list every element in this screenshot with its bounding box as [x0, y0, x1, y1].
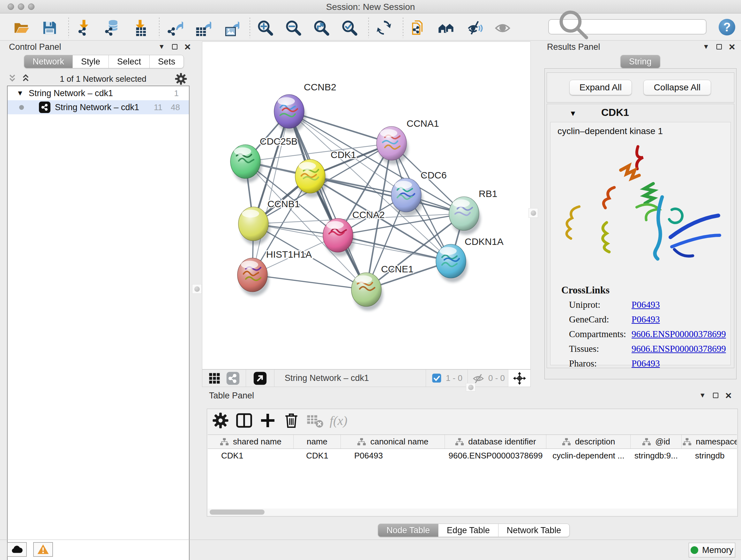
column-header-label: @id: [655, 437, 670, 447]
grid-view-icon[interactable]: [207, 371, 221, 385]
network-edge[interactable]: [338, 235, 451, 261]
right-splitter-handle[interactable]: [529, 208, 538, 218]
protein-expander-icon[interactable]: ▼: [569, 109, 577, 118]
save-session-button[interactable]: [40, 18, 59, 37]
zoom-out-button[interactable]: [284, 18, 302, 37]
warning-icon: [37, 543, 50, 556]
network-node-cdkn1a[interactable]: CDKN1A: [436, 236, 503, 282]
import-network-from-file-button[interactable]: [75, 18, 93, 37]
birds-eye-toggle[interactable]: [508, 370, 530, 387]
external-link-icon[interactable]: [253, 371, 267, 385]
network-edge[interactable]: [253, 275, 366, 290]
network-node-ccna1[interactable]: CCNA1: [377, 118, 439, 165]
network-collection-label: String Network – cdk1: [29, 88, 174, 98]
import-table-from-file-button[interactable]: [131, 18, 149, 37]
table-cell: stringdb: [682, 451, 737, 461]
warnings-button[interactable]: [33, 542, 53, 557]
tab-select[interactable]: Select: [109, 55, 150, 68]
tab-node-table[interactable]: Node Table: [378, 523, 439, 537]
network-tree-collection-row[interactable]: ▼ String Network – cdk1 1: [8, 86, 189, 100]
network-node-count: 11: [154, 103, 162, 112]
network-node-hist1h1a[interactable]: HIST1H1A: [238, 249, 312, 296]
gear-icon[interactable]: [174, 72, 188, 85]
scrollbar-thumb[interactable]: [210, 509, 265, 515]
add-column-icon[interactable]: [259, 412, 277, 429]
memory-button[interactable]: Memory: [689, 543, 735, 557]
expand-all-icon[interactable]: [20, 73, 32, 84]
table-settings-icon[interactable]: [212, 412, 229, 429]
results-panel-float-icon[interactable]: [717, 44, 722, 50]
help-button[interactable]: ?: [719, 19, 735, 36]
search-box[interactable]: [548, 19, 706, 35]
open-session-button[interactable]: [12, 18, 30, 37]
column-header-label: name: [307, 437, 327, 447]
hierarchy-icon: [219, 437, 229, 447]
tab-network-table[interactable]: Network Table: [498, 523, 570, 537]
table-panel-close-icon[interactable]: ×: [725, 392, 732, 398]
delete-column-icon[interactable]: [282, 412, 300, 429]
tab-string[interactable]: String: [620, 55, 660, 68]
zoom-fit-button[interactable]: [312, 18, 331, 37]
table-horizontal-scrollbar[interactable]: [208, 509, 737, 516]
crosslink-value-link[interactable]: P06493: [631, 314, 660, 325]
protein-description: cyclin–dependent kinase 1: [557, 126, 663, 136]
show-graphics-details-button[interactable]: [493, 18, 512, 37]
tab-sets[interactable]: Sets: [150, 55, 184, 68]
tab-style[interactable]: Style: [73, 55, 109, 68]
crosslink-row: Tissues:9606.ENSP00000378699: [569, 341, 729, 356]
crosslink-value-link[interactable]: 9606.ENSP00000378699: [631, 329, 726, 339]
show-columns-icon[interactable]: [235, 412, 253, 429]
search-input[interactable]: [598, 20, 706, 33]
zoom-in-button[interactable]: [256, 18, 274, 37]
control-panel-close-icon[interactable]: ×: [185, 44, 191, 50]
network-node-ccnb2[interactable]: CCNB2: [274, 82, 336, 132]
crosslink-value-link[interactable]: P06493: [631, 300, 660, 310]
apply-layout-button[interactable]: [375, 18, 393, 37]
export-network-button[interactable]: [165, 18, 184, 37]
tab-network[interactable]: Network: [24, 55, 73, 68]
column-header[interactable]: database identifier: [445, 435, 546, 449]
table-panel-menu-icon[interactable]: ▼: [699, 391, 706, 399]
hierarchy-icon: [642, 437, 651, 447]
network-node-cdc6[interactable]: CDC6: [391, 170, 447, 216]
tree-expander-icon[interactable]: ▼: [17, 89, 26, 98]
network-view-canvas[interactable]: CCNB2CCNA1CDC25BCDK1CDC6RB1CCNB1CCNA2CDK…: [202, 42, 531, 369]
export-table-button[interactable]: [193, 18, 212, 37]
results-panel-close-icon[interactable]: ×: [729, 44, 735, 50]
network-edge[interactable]: [289, 111, 366, 290]
import-network-from-database-button[interactable]: [103, 18, 121, 37]
crosslink-value-link[interactable]: P06493: [631, 358, 660, 369]
hide-graphics-details-button[interactable]: [465, 18, 484, 37]
collapse-all-icon[interactable]: [7, 73, 18, 84]
expand-all-button[interactable]: Expand All: [569, 80, 632, 95]
control-panel-menu-icon[interactable]: ▼: [158, 43, 165, 51]
cloud-status-button[interactable]: [7, 542, 27, 557]
left-splitter-handle[interactable]: [192, 284, 202, 294]
node-label: CCNB1: [267, 199, 300, 209]
export-image-button[interactable]: [221, 18, 240, 37]
tab-edge-table[interactable]: Edge Table: [439, 523, 498, 537]
toolbar-separator: [368, 17, 369, 38]
network-node-rb1[interactable]: RB1: [449, 188, 497, 235]
collapse-all-button[interactable]: Collapse All: [643, 80, 711, 95]
table-row[interactable]: CDK1CDK1P064939606.ENSP00000378699cyclin…: [208, 449, 737, 462]
column-header[interactable]: @id: [630, 435, 682, 449]
network-share-icon[interactable]: [226, 371, 240, 385]
results-panel-menu-icon[interactable]: ▼: [703, 43, 710, 51]
cloud-icon: [10, 543, 23, 556]
crosslink-value-link[interactable]: 9606.ENSP00000378699: [631, 344, 726, 354]
bottom-splitter-handle[interactable]: [466, 383, 475, 391]
column-header[interactable]: shared name: [208, 435, 293, 449]
selected-checkbox-icon[interactable]: [432, 373, 442, 383]
network-tree-network-row[interactable]: String Network – cdk1 11 48: [8, 100, 189, 114]
control-panel-float-icon[interactable]: [172, 44, 178, 50]
column-header[interactable]: namespace: [682, 435, 737, 449]
table-panel-float-icon[interactable]: [713, 393, 718, 398]
column-header[interactable]: name: [293, 435, 341, 449]
column-header[interactable]: canonical name: [341, 435, 445, 449]
share-document-button[interactable]: [409, 18, 428, 37]
column-header[interactable]: description: [546, 435, 630, 449]
network-node-ccne1[interactable]: CCNE1: [351, 264, 414, 311]
zoom-selected-button[interactable]: [340, 18, 359, 37]
home-button[interactable]: [437, 18, 456, 37]
